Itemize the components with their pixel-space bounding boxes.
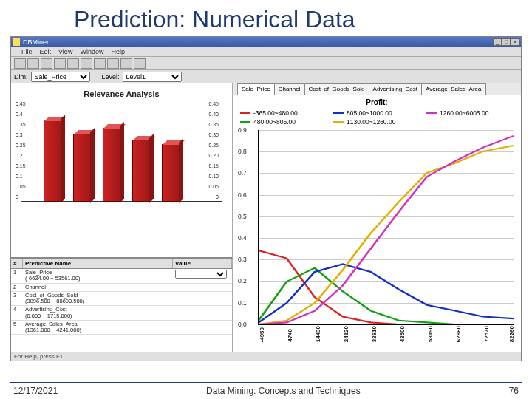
legend-item: 805.00~1000.00	[333, 109, 420, 117]
x-label: 43500	[399, 326, 406, 342]
maximize-button[interactable]: □	[502, 38, 511, 46]
slide-footer: 12/17/2021 Data Mining: Concepts and Tec…	[0, 386, 532, 396]
tab-row: Sale_Price Channel Cost_of_Goods_Sold Ad…	[233, 83, 521, 95]
toolbar-button[interactable]	[94, 58, 106, 69]
toolbar-button[interactable]	[14, 58, 26, 69]
curve-yellow	[259, 146, 514, 324]
value-select[interactable]	[175, 270, 227, 279]
table-row: 1 Sale_Price (-6634.00 ~ 53561.00)	[11, 269, 232, 284]
app-icon	[13, 38, 20, 46]
legend-swatch	[240, 121, 250, 123]
right-column: Sale_Price Channel Cost_of_Goods_Sold Ad…	[233, 83, 521, 361]
window-controls: _ □ ×	[493, 38, 519, 46]
footer-line	[10, 382, 522, 383]
menu-edit[interactable]: Edit	[40, 48, 52, 55]
bar-2	[73, 134, 91, 202]
y-tick-right: 0.25	[208, 143, 219, 148]
legend-label: 480.00~805.00	[253, 118, 296, 126]
toolbar-button[interactable]	[67, 58, 79, 69]
bar-3	[103, 128, 120, 202]
row-idx: 1	[11, 269, 23, 283]
tab-sale-price[interactable]: Sale_Price	[237, 83, 275, 95]
menu-view[interactable]: View	[58, 48, 72, 55]
y-tick: 0.4	[16, 112, 23, 117]
row-name: Channel	[23, 284, 173, 291]
row-value[interactable]	[173, 269, 232, 283]
x-label: 14430	[315, 326, 321, 342]
tab-advertising[interactable]: Advertising_Cost	[369, 83, 422, 95]
y-tick: 0.15	[16, 163, 26, 168]
y-tick-right: 0.40	[208, 112, 219, 117]
legend-item: 480.00~805.00	[240, 118, 327, 126]
y-label: 0.3	[238, 256, 247, 263]
footer-page: 76	[509, 386, 519, 396]
legend-swatch	[333, 112, 344, 114]
footer-date: 12/17/2021	[13, 386, 58, 396]
menu-help[interactable]: Help	[111, 48, 125, 55]
legend-item: -365.00~480.00	[240, 109, 327, 117]
y-label: 0.1	[238, 299, 247, 307]
curve-svg	[259, 130, 514, 324]
x-label: 82260	[508, 326, 515, 342]
bar-5	[162, 144, 180, 202]
y-tick: 0.05	[16, 184, 26, 189]
legend-label: 1260.00~6005.00	[440, 109, 488, 117]
y-tick: 0.45	[16, 101, 26, 106]
table-row: 5 Average_Sales_Area (1361.000 ~ 4241.00…	[11, 321, 232, 335]
relevance-bar-chart: 0.45 0.4 0.35 0.3 0.25 0.2 0.15 0.1 0.05…	[14, 101, 229, 212]
toolbar-button[interactable]	[107, 58, 119, 69]
y-label: 0.2	[238, 277, 247, 284]
predictive-table: # Predictive Name Value 1 Sale_Price (-6…	[11, 257, 232, 361]
toolbar-button[interactable]	[134, 58, 146, 69]
y-label: 0.9	[238, 126, 247, 134]
left-column: Relevance Analysis 0.45 0.4 0.35 0.3 0.2…	[11, 83, 233, 361]
y-tick: 0.35	[16, 122, 26, 127]
relevance-title: Relevance Analysis	[14, 86, 229, 101]
table-row: 2 Channel	[11, 284, 232, 292]
toolbar-button[interactable]	[54, 58, 66, 69]
menubar: File Edit View Window Help	[11, 47, 521, 57]
legend-label: -365.00~480.00	[253, 109, 298, 117]
tab-sales-area[interactable]: Average_Sales_Area	[421, 83, 485, 95]
x-label: 24120	[343, 326, 349, 342]
x-label: 62880	[455, 326, 462, 342]
y-label: 0.0	[238, 321, 247, 328]
menu-file[interactable]: File	[21, 48, 33, 55]
level-select[interactable]: Level1	[123, 72, 182, 82]
slide-title: Prediction: Numerical Data	[0, 0, 532, 36]
y-tick-right: 0.10	[208, 174, 219, 179]
row-value	[173, 321, 232, 335]
toolbar-button[interactable]	[81, 58, 92, 69]
y-tick: 0.3	[16, 132, 23, 137]
x-label: -4950	[259, 327, 265, 342]
titlebar-text: DBMiner	[21, 38, 493, 46]
toolbar-button[interactable]	[120, 58, 132, 69]
y-tick: 0.2	[16, 153, 23, 158]
y-label: 0.5	[238, 213, 247, 220]
table-row: 4 Advertising_Cost (0.000 ~ 1715.000)	[11, 306, 232, 321]
window-titlebar: DBMiner _ □ ×	[11, 37, 521, 47]
profit-plot: 0.9 0.8 0.7 0.6 0.5 0.4 0.3 0.2 0.1 0.0 …	[258, 130, 514, 325]
y-tick-right: 0.15	[208, 163, 219, 168]
minimize-button[interactable]: _	[493, 38, 502, 46]
table-header: # Predictive Name Value	[11, 259, 232, 269]
legend-swatch	[240, 112, 250, 114]
col-idx: #	[11, 259, 23, 268]
dim-label: Dim:	[14, 73, 28, 81]
toolbar-button[interactable]	[41, 58, 52, 69]
curve-green	[259, 268, 514, 324]
y-label: 0.8	[238, 148, 247, 155]
dim-select[interactable]: Sale_Price	[31, 72, 90, 82]
curve-magenta	[259, 136, 514, 324]
y-tick-right: 0.05	[208, 184, 219, 189]
row-name: Cost_of_Goods_Sold (3896.500 ~ 88690.500…	[23, 292, 173, 306]
x-label: 4740	[287, 329, 293, 342]
close-button[interactable]: ×	[511, 38, 519, 46]
row-value	[173, 284, 232, 291]
toolbar-button[interactable]	[27, 58, 39, 69]
y-tick: 0.1	[16, 174, 23, 179]
level-label: Level:	[102, 73, 120, 81]
tab-channel[interactable]: Channel	[274, 83, 305, 95]
tab-cost[interactable]: Cost_of_Goods_Sold	[304, 83, 369, 95]
menu-window[interactable]: Window	[80, 48, 103, 55]
